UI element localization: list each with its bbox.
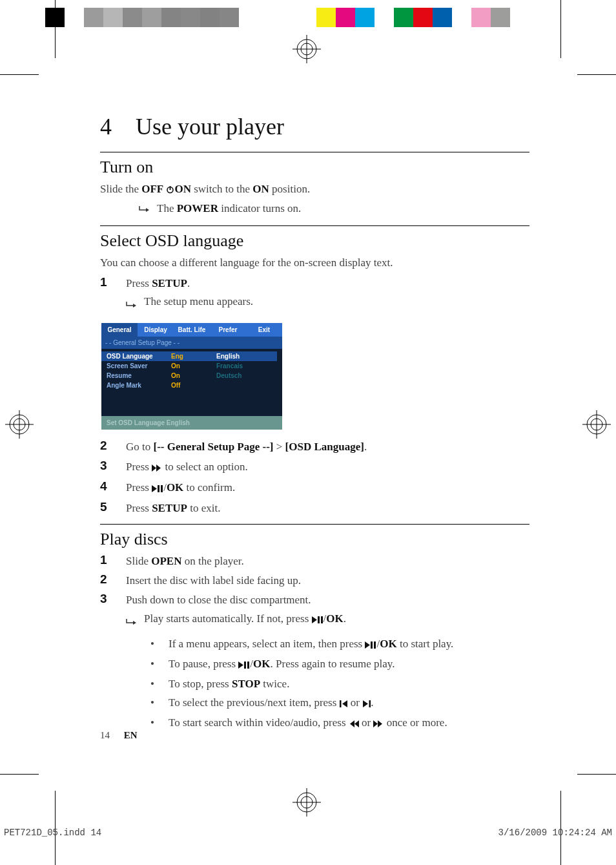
crop-mark <box>577 74 616 75</box>
play-pause-icon <box>152 481 163 497</box>
osd-option: Deutsch <box>216 371 277 380</box>
slug-right: 3/16/2009 10:24:24 AM <box>498 828 612 838</box>
osd-row: OSD LanguageEng <box>101 351 211 361</box>
svg-rect-26 <box>340 700 342 707</box>
chapter-heading: 4Use your player <box>100 113 529 140</box>
svg-rect-22 <box>371 641 373 649</box>
play-steps: 1Slide OPEN on the player. 2Insert the d… <box>100 553 529 631</box>
page-footer: 14 EN <box>100 730 138 741</box>
rule <box>100 225 529 226</box>
osd-row: ResumeOn <box>101 371 211 380</box>
crop-mark <box>577 774 616 775</box>
svg-rect-24 <box>244 662 246 669</box>
registration-mark-icon <box>5 410 34 439</box>
play-pause-icon <box>238 656 250 675</box>
section-heading-turn-on: Turn on <box>100 158 529 177</box>
next-track-icon <box>362 695 371 714</box>
osd-tab: General <box>101 323 138 337</box>
chapter-number: 4 <box>100 113 136 140</box>
osd-banner: - - General Setup Page - - <box>101 337 282 349</box>
svg-rect-21 <box>321 616 323 623</box>
svg-rect-18 <box>158 485 159 492</box>
page-content: 4Use your player Turn on Slide the OFF O… <box>100 113 529 733</box>
osd-tab: Prefer <box>210 323 246 337</box>
section-heading-play: Play discs <box>100 530 529 549</box>
registration-mark-icon <box>293 788 321 817</box>
crop-mark <box>0 74 39 75</box>
osd-tab: Exit <box>246 323 282 337</box>
registration-mark-icon <box>293 35 321 63</box>
osd-screenshot: GeneralDisplayBatt. LifePreferExit - - G… <box>101 323 282 430</box>
fast-forward-icon <box>373 715 384 734</box>
crop-mark <box>55 0 56 58</box>
osd-row: Screen SaverOn <box>101 361 211 371</box>
printer-colorbar <box>45 8 529 27</box>
rewind-icon <box>349 715 359 734</box>
page-lang: EN <box>124 730 138 740</box>
osd-steps-cont: 2Go to [-- General Setup Page --] > [OSD… <box>100 439 529 517</box>
registration-mark-icon <box>582 410 611 439</box>
crop-mark <box>0 774 39 775</box>
result-line: The POWER indicator turns on. <box>139 200 529 217</box>
rule <box>100 152 529 152</box>
osd-intro: You can choose a different language for … <box>100 255 529 271</box>
play-pause-icon <box>365 636 376 655</box>
osd-steps: 1Press SETUP. The setup menu appears. <box>100 275 529 315</box>
slug-left: PET721D_05.indd 14 <box>4 828 101 838</box>
osd-tab: Display <box>138 323 174 337</box>
osd-option: Francais <box>216 361 277 371</box>
osd-row: Angle MarkOff <box>101 380 211 390</box>
turn-on-instruction: Slide the OFF ON switch to the ON positi… <box>100 181 529 199</box>
chapter-title: Use your player <box>136 114 284 140</box>
svg-rect-19 <box>161 485 163 492</box>
osd-tab: Batt. Life <box>174 323 210 337</box>
fast-forward-icon <box>152 460 162 477</box>
play-bullets: •If a menu appears, select an item, then… <box>150 635 529 733</box>
result-arrow-icon <box>126 610 144 631</box>
svg-rect-20 <box>318 616 320 623</box>
result-arrow-icon <box>139 200 157 216</box>
page-number: 14 <box>100 730 110 740</box>
rule <box>100 524 529 525</box>
svg-rect-25 <box>247 662 249 669</box>
osd-footer: Set OSD Language English <box>101 416 282 430</box>
osd-option: English <box>211 351 277 361</box>
crop-mark <box>560 0 561 58</box>
result-arrow-icon <box>126 293 144 314</box>
play-pause-icon <box>312 612 323 629</box>
section-heading-osd: Select OSD language <box>100 231 529 251</box>
power-icon <box>166 182 174 199</box>
prev-track-icon <box>340 695 348 714</box>
